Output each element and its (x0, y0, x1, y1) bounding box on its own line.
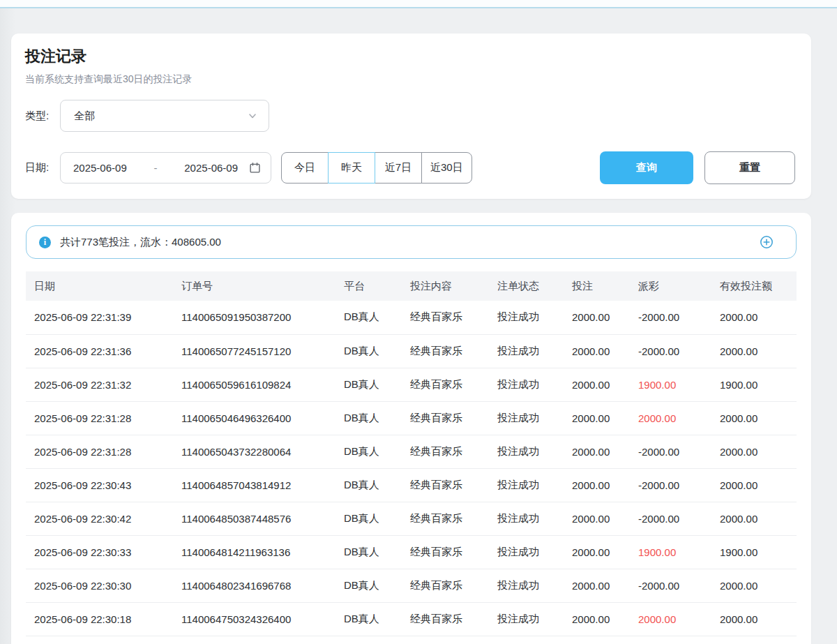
summary-text: 共计773笔投注，流水：408605.00 (60, 236, 221, 249)
cell-order-id: 1140065043732280064 (173, 435, 335, 468)
table-row: 2025-06-09 22:31:281140065043732280064DB… (26, 435, 797, 468)
table-row: 2025-06-09 22:31:281140065046496326400DB… (26, 401, 797, 435)
cell-payout: 1900.00 (630, 368, 711, 401)
cell-bet-amount: 2000.00 (564, 401, 630, 435)
cell-status: 投注成功 (489, 602, 564, 636)
quick-range-group: 今日 昨天 近7日 近30日 (281, 152, 472, 184)
search-button[interactable]: 查询 (600, 151, 693, 184)
cell-bet-content: 经典百家乐 (402, 468, 489, 502)
cell-bet-content: 经典百家乐 (402, 334, 489, 368)
plus-circle-icon[interactable] (760, 235, 774, 249)
cell-date: 2025-06-09 22:31:28 (26, 401, 173, 435)
cell-status: 投注成功 (489, 368, 564, 401)
quick-range-yesterday[interactable]: 昨天 (328, 152, 375, 184)
cell-order-id: 1140064857043814912 (173, 468, 335, 502)
cell-order-id: 1140064850387448576 (173, 502, 335, 535)
cell-platform: DB真人 (335, 301, 402, 334)
cell-bet-content: 经典百家乐 (402, 368, 489, 401)
cell-date: 2025-06-09 22:30:33 (26, 535, 173, 569)
cell-date: 2025-06-09 22:31:28 (26, 435, 173, 468)
cell-date: 2025-06-09 22:31:39 (26, 301, 173, 334)
cell-bet-amount: 2000.00 (564, 602, 630, 636)
page-subtitle: 当前系统支持查询最近30日的投注记录 (25, 73, 797, 86)
cell-platform: DB真人 (335, 334, 402, 368)
table-row: 2025-06-09 22:30:181140064750324326400DB… (26, 602, 797, 636)
table-row: 2025-06-09 22:30:331140064814211963136DB… (26, 535, 797, 569)
cell-valid-bet: 2000.00 (711, 301, 797, 334)
table-row: 2025-06-09 22:31:391140065091950387200DB… (26, 301, 797, 334)
cell-payout: -2000.00 (630, 435, 711, 468)
column-header: 注单状态 (489, 271, 564, 301)
column-header: 投注内容 (402, 271, 489, 301)
cell-order-id: 1140065077245157120 (173, 334, 335, 368)
type-select-value: 全部 (74, 110, 248, 123)
date-range-picker[interactable]: 2025-06-09 - 2025-06-09 (60, 152, 271, 184)
column-header: 订单号 (173, 271, 335, 301)
cell-platform: DB真人 (335, 502, 402, 535)
cell-order-id: 1140064814211963136 (173, 535, 335, 569)
cell-date: 2025-06-09 22:30:30 (26, 569, 173, 602)
cell-platform: DB真人 (335, 368, 402, 401)
cell-bet-amount: 2000.00 (564, 334, 630, 368)
column-header: 有效投注额 (711, 271, 797, 301)
cell-bet-content: 经典百家乐 (402, 301, 489, 334)
cell-platform: DB真人 (335, 435, 402, 468)
cell-status: 投注成功 (489, 569, 564, 602)
cell-valid-bet: 2000.00 (711, 502, 797, 535)
cell-bet-content: 经典百家乐 (402, 535, 489, 569)
chevron-down-icon (248, 111, 257, 121)
cell-date: 2025-06-09 22:31:36 (26, 334, 173, 368)
cell-bet-amount: 2000.00 (564, 535, 630, 569)
table-row: 2025-06-09 22:30:421140064850387448576DB… (26, 502, 797, 535)
results-card: i 共计773笔投注，流水：408605.00 日期订单号平台投注内容注单状态投… (11, 213, 811, 644)
column-header: 平台 (335, 271, 402, 301)
summary-alert: i 共计773笔投注，流水：408605.00 (26, 225, 797, 259)
quick-range-7days[interactable]: 近7日 (375, 152, 422, 184)
cell-bet-content: 经典百家乐 (402, 569, 489, 602)
type-select[interactable]: 全部 (60, 100, 269, 132)
cell-bet-amount: 2000.00 (564, 301, 630, 334)
date-end-value[interactable]: 2025-06-09 (184, 162, 238, 174)
cell-valid-bet: 2000.00 (711, 334, 797, 368)
cell-valid-bet: 1900.00 (711, 535, 797, 569)
cell-valid-bet: 2000.00 (711, 401, 797, 435)
cell-order-id: 1140064802341696768 (173, 569, 335, 602)
table-row: 2025-06-09 22:31:321140065059616109824DB… (26, 368, 797, 401)
cell-payout: 2000.00 (630, 602, 711, 636)
cell-status: 投注成功 (489, 535, 564, 569)
cell-date: 2025-06-09 22:30:43 (26, 468, 173, 502)
column-header: 日期 (26, 271, 173, 301)
cell-bet-content: 经典百家乐 (402, 435, 489, 468)
type-label: 类型: (25, 110, 60, 123)
table-header-row: 日期订单号平台投注内容注单状态投注派彩有效投注额 (26, 271, 797, 301)
cell-valid-bet: 2000.00 (711, 435, 797, 468)
cell-platform: DB真人 (335, 569, 402, 602)
cell-bet-content: 经典百家乐 (402, 602, 489, 636)
bet-records-table: 日期订单号平台投注内容注单状态投注派彩有效投注额 2025-06-09 22:3… (26, 271, 797, 636)
cell-valid-bet: 2000.00 (711, 602, 797, 636)
cell-payout: -2000.00 (630, 468, 711, 502)
cell-platform: DB真人 (335, 468, 402, 502)
cell-bet-amount: 2000.00 (564, 569, 630, 602)
cell-status: 投注成功 (489, 401, 564, 435)
cell-payout: 1900.00 (630, 535, 711, 569)
cell-platform: DB真人 (335, 535, 402, 569)
table-row: 2025-06-09 22:31:361140065077245157120DB… (26, 334, 797, 368)
cell-valid-bet: 1900.00 (711, 368, 797, 401)
cell-status: 投注成功 (489, 435, 564, 468)
date-label: 日期: (25, 161, 60, 174)
cell-bet-content: 经典百家乐 (402, 401, 489, 435)
date-start-value[interactable]: 2025-06-09 (73, 162, 127, 174)
quick-range-30days[interactable]: 近30日 (421, 152, 472, 184)
top-divider-strip (0, 0, 837, 8)
reset-button[interactable]: 重置 (704, 151, 795, 184)
calendar-icon (249, 162, 261, 174)
date-range-separator: - (127, 162, 185, 174)
cell-payout: -2000.00 (630, 301, 711, 334)
cell-payout: -2000.00 (630, 334, 711, 368)
quick-range-today[interactable]: 今日 (281, 152, 329, 184)
cell-bet-amount: 2000.00 (564, 435, 630, 468)
cell-bet-amount: 2000.00 (564, 468, 630, 502)
column-header: 派彩 (630, 271, 711, 301)
cell-bet-amount: 2000.00 (564, 502, 630, 535)
